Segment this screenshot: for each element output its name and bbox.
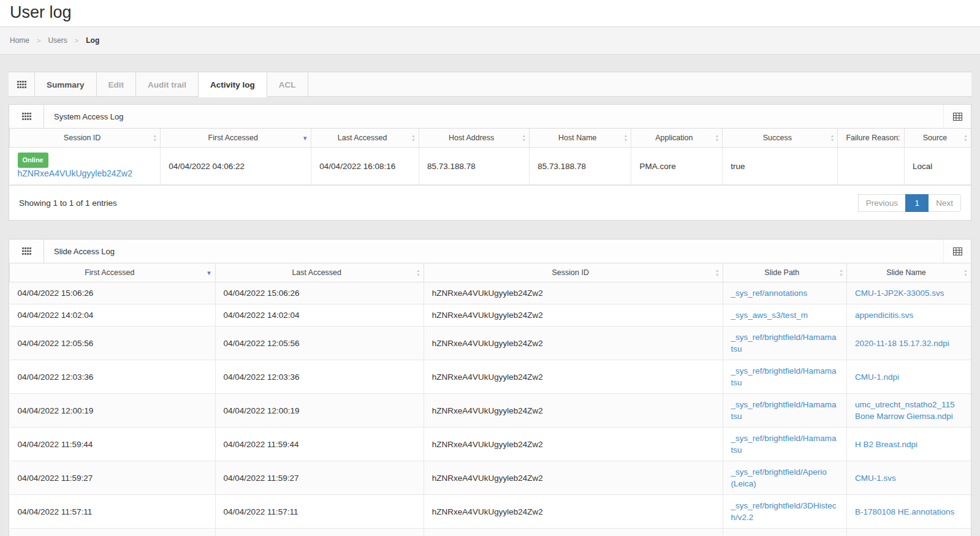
panel-footer: Showing 1 to 1 of 1 entries Previous 1 N… (9, 185, 971, 220)
column-header[interactable]: First Accessed (161, 129, 311, 148)
table-row: 04/04/2022 12:03:36 04/04/2022 12:03:36 … (10, 360, 971, 394)
column-header[interactable]: Session ID (424, 263, 723, 282)
column-header[interactable]: Success (723, 129, 838, 148)
table-view-button[interactable] (943, 105, 971, 128)
column-header[interactable]: Last Accessed (215, 263, 424, 282)
slide-path-link[interactable]: _sys_aws_s3/test_m (731, 311, 808, 320)
column-header[interactable]: Slide Name (847, 263, 971, 282)
slide-path-link[interactable]: _sys_ref/brightfield/Hamamatsu (731, 333, 837, 353)
source-cell: Local (904, 148, 971, 185)
slide-name-cell: H B2 Breast.ndpi (847, 428, 971, 461)
last-accessed-cell: 04/04/2022 11:57:11 (215, 495, 424, 529)
slide-path-link[interactable]: _sys_ref/brightfield/Hamamatsu (731, 366, 837, 387)
slide-name-link[interactable]: CMU-1-JP2K-33005.svs (855, 289, 944, 298)
first-accessed-cell: 04/04/2022 14:02:04 (10, 304, 216, 327)
session-id-cell: hZNRxeA4VUkUgyyleb24Zw2 (424, 327, 723, 360)
slide-name-cell: B-1780108 HE.annotations (847, 495, 971, 529)
grid-icon (22, 247, 31, 255)
slide-name-link[interactable]: CMU-1.svs (855, 474, 896, 483)
table-header-row: First Accessed Last Accessed Session ID (10, 263, 971, 282)
slide-path-link[interactable]: _sys_ref/brightfield/Hamamatsu (731, 400, 837, 421)
breadcrumb: Home > Users > Log > (10, 36, 99, 45)
column-header[interactable]: Slide Path (723, 263, 846, 282)
session-id-cell: hZNRxeA4VUkUgyyleb24Zw2 (424, 428, 723, 461)
slide-name-link[interactable]: H B2 Breast.ndpi (855, 440, 917, 449)
sort-icon (411, 134, 416, 142)
slide-path-cell: _sys_ref/brightfield/3DHistech/v2.2 (723, 529, 846, 536)
column-header-label: Session ID (64, 134, 101, 142)
column-header[interactable]: Application (631, 129, 723, 148)
first-accessed-cell: 04/04/2022 11:59:44 (10, 428, 216, 461)
panel-header: Slide Access Log (9, 240, 971, 263)
table-row: Online hZNRxeA4VUkUgyyleb24Zw2 04/04/202… (10, 148, 971, 185)
slide-name-cell: B-1780108 HE.mrxs (847, 529, 971, 536)
breadcrumb-link[interactable]: Log (86, 36, 99, 45)
showing-entries-text: Showing 1 to 1 of 1 entries (19, 198, 117, 208)
status-badge: Online (18, 153, 48, 168)
slide-name-link[interactable]: appendicitis.svs (855, 311, 913, 320)
tab[interactable]: Edit (97, 72, 137, 97)
pagination-button[interactable]: Next (928, 194, 961, 212)
tab[interactable]: Summary (35, 72, 97, 97)
last-accessed-cell: 04/04/2022 11:35:30 (215, 529, 424, 536)
column-header-label: First Accessed (208, 134, 258, 142)
slide-path-cell: _sys_aws_s3/test_m (723, 304, 846, 327)
panel-handle (9, 240, 44, 263)
tab[interactable]: ACL (267, 72, 308, 97)
first-accessed-cell: 04/04/2022 12:05:56 (10, 327, 216, 360)
failure-reason-cell (838, 148, 905, 185)
column-header[interactable]: Host Name (530, 129, 631, 148)
table-row: 04/04/2022 11:59:27 04/04/2022 11:59:27 … (10, 461, 971, 495)
column-header-label: Application (655, 134, 693, 142)
tab[interactable]: Audit trail (136, 72, 199, 97)
first-accessed-cell: 04/04/2022 12:03:36 (10, 360, 216, 394)
slide-path-link[interactable]: _sys_ref/brightfield/Hamamatsu (731, 434, 837, 455)
sort-icon (897, 134, 901, 142)
pagination-item: 1 (906, 194, 929, 212)
sort-icon (302, 135, 308, 141)
column-header-label: Host Name (558, 134, 597, 142)
session-id-cell: hZNRxeA4VUkUgyyleb24Zw2 (424, 495, 723, 529)
slide-path-link[interactable]: _sys_ref/brightfield/3DHistech/v2.2 (731, 501, 837, 522)
breadcrumb-link[interactable]: Home (10, 36, 29, 45)
slide-name-link[interactable]: B-1780108 HE.annotations (855, 507, 954, 516)
column-header[interactable]: Source (904, 129, 971, 148)
slide-name-link[interactable]: 2020-11-18 15.17.32.ndpi (855, 339, 949, 348)
breadcrumb-item: Home > (10, 36, 48, 45)
tab-menu-button[interactable] (9, 72, 35, 97)
sort-icon (830, 134, 835, 142)
session-id-link[interactable]: hZNRxeA4VUkUgyyleb24Zw2 (18, 168, 133, 178)
slide-path-cell: _sys_ref/annotations (723, 282, 846, 304)
column-header[interactable]: Failure Reason (838, 129, 905, 148)
first-accessed-cell: 04/04/2022 11:35:30 (10, 529, 216, 536)
tab[interactable]: Activity log (199, 72, 267, 97)
breadcrumb-link[interactable]: Users (48, 36, 67, 45)
column-header[interactable]: Last Accessed (311, 129, 419, 148)
slide-name-link[interactable]: CMU-1.ndpi (855, 372, 899, 382)
table-view-button[interactable] (943, 240, 971, 263)
slide-path-link[interactable]: _sys_ref/annotations (731, 289, 808, 298)
first-accessed-cell: 04/04/2022 15:06:26 (10, 282, 216, 304)
table-row: 04/04/2022 12:05:56 04/04/2022 12:05:56 … (10, 327, 971, 360)
tab-label: Audit trail (148, 80, 186, 89)
grid-icon (17, 81, 26, 88)
table-row: 04/04/2022 14:02:04 04/04/2022 14:02:04 … (10, 304, 971, 327)
column-header[interactable]: Host Address (419, 129, 529, 148)
slide-path-cell: _sys_ref/brightfield/Hamamatsu (723, 327, 846, 360)
column-header[interactable]: First Accessed (10, 263, 216, 282)
slide-name-link[interactable]: umc_utrecht_nstatho2_115 Bone Marrow Gie… (855, 400, 955, 421)
first-accessed-cell: 04/04/2022 04:06:22 (161, 148, 311, 185)
host-name-cell: 85.73.188.78 (530, 148, 631, 185)
pagination-button[interactable]: 1 (905, 194, 929, 212)
panel-handle (9, 105, 44, 128)
last-accessed-cell: 04/04/2022 12:00:19 (215, 394, 424, 428)
slide-path-link[interactable]: _sys_ref/brightfield/Aperio (Leica) (731, 467, 827, 488)
panel-header: System Access Log (9, 105, 971, 129)
chevron-right-icon: > (37, 37, 40, 44)
panel-title: System Access Log (44, 105, 123, 128)
pagination-button[interactable]: Previous (858, 194, 906, 212)
slide-path-cell: _sys_ref/brightfield/Hamamatsu (723, 360, 846, 394)
column-header-label: Success (763, 134, 792, 142)
sort-icon (839, 269, 843, 277)
column-header[interactable]: Session ID (10, 129, 161, 148)
